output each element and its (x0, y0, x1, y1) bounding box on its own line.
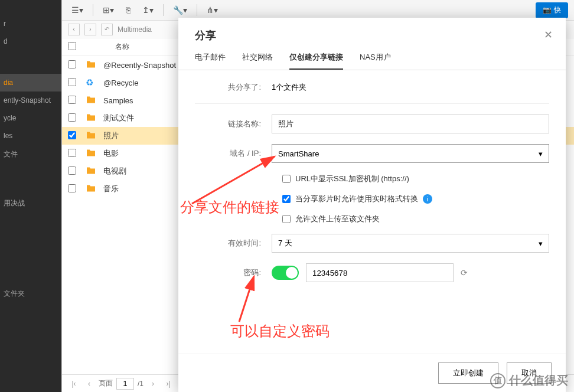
domain-select[interactable]: SmartShare ▾ (272, 144, 549, 163)
watermark-icon: 值 (490, 373, 505, 388)
shared-count-label: 共分享了: (195, 82, 272, 93)
nav-back-button[interactable]: ‹ (68, 24, 80, 35)
page-input[interactable] (116, 378, 134, 390)
sidebar-item[interactable]: ycle (0, 109, 61, 127)
watermark: 值 什么值得买 (490, 373, 568, 388)
password-label: 密码: (195, 267, 272, 278)
link-name-label: 链接名称: (195, 119, 272, 129)
password-toggle[interactable] (272, 266, 299, 280)
transcode-checkbox[interactable] (282, 195, 291, 203)
tab-social[interactable]: 社交网络 (242, 52, 273, 70)
file-checkbox[interactable] (68, 131, 76, 139)
recycle-icon: ♻ (86, 77, 103, 88)
select-all-checkbox[interactable] (68, 42, 76, 50)
sidebar-item[interactable]: les (0, 127, 61, 145)
password-input[interactable] (306, 263, 454, 282)
file-checkbox[interactable] (68, 96, 76, 104)
list-view-button[interactable]: ☰▾ (68, 3, 87, 17)
expire-label: 有效时间: (195, 238, 272, 249)
page-last-button[interactable]: ›| (162, 378, 174, 390)
tab-email[interactable]: 电子邮件 (195, 52, 226, 70)
sidebar-item[interactable]: 文件 (0, 145, 61, 164)
tab-link[interactable]: 仅创建分享链接 (289, 52, 343, 70)
file-checkbox[interactable] (68, 184, 76, 192)
page-total: /1 (138, 380, 144, 388)
page-prev-button[interactable]: ‹ (83, 378, 95, 390)
transcode-label: 当分享影片时允许使用实时格式转换 (295, 194, 418, 204)
tools-button[interactable]: 🔧▾ (169, 3, 191, 17)
share-modal: 分享 ✕ 电子邮件 社交网络 仅创建分享链接 NAS用户 共分享了: 1个文件夹… (178, 18, 566, 392)
close-icon[interactable]: ✕ (544, 28, 553, 41)
modal-title: 分享 (195, 28, 549, 43)
info-icon[interactable]: i (423, 194, 432, 204)
folder-icon (86, 113, 103, 123)
modal-tabs: 电子邮件 社交网络 仅创建分享链接 NAS用户 (178, 43, 566, 70)
tab-nas[interactable]: NAS用户 (360, 52, 391, 70)
page-first-button[interactable]: |‹ (68, 378, 80, 390)
refresh-icon[interactable]: ⟳ (461, 268, 468, 277)
camera-icon: 📷 (543, 6, 552, 14)
sidebar-item[interactable]: 用决战 (0, 194, 61, 213)
link-name-input[interactable] (272, 115, 549, 133)
copy-button[interactable]: ⎘ (122, 3, 134, 17)
chevron-down-icon: ▾ (539, 239, 543, 248)
ssl-label: URL中显示SSL加密机制 (https://) (295, 174, 409, 184)
folder-icon (86, 166, 103, 177)
shared-count-value: 1个文件夹 (272, 82, 549, 93)
create-button[interactable]: 立即创建 (438, 362, 498, 384)
sidebar-item[interactable]: ently-Snapshot (0, 92, 61, 109)
nav-up-button[interactable]: ↶ (101, 24, 113, 35)
add-button[interactable]: ⊞▾ (99, 3, 118, 17)
file-checkbox[interactable] (68, 78, 76, 86)
sidebar-item[interactable]: d (0, 32, 61, 50)
breadcrumb-path[interactable]: Multimedia (118, 25, 152, 34)
domain-label: 域名 / IP: (195, 148, 272, 159)
sidebar-item[interactable]: r (0, 15, 61, 32)
sidebar-item[interactable]: 文件夹 (0, 284, 61, 303)
upload-label: 允许文件上传至该文件夹 (295, 214, 380, 224)
sidebar-item[interactable]: dia (0, 74, 61, 92)
chevron-down-icon: ▾ (539, 149, 543, 158)
page-next-button[interactable]: › (147, 378, 159, 390)
folder-icon (86, 184, 103, 194)
folder-icon (86, 96, 103, 106)
upload-button[interactable]: ↥▾ (139, 3, 157, 17)
expire-select[interactable]: 7 天 ▾ (272, 234, 549, 253)
ssl-checkbox[interactable] (282, 175, 291, 183)
file-checkbox[interactable] (68, 166, 76, 175)
file-checkbox[interactable] (68, 113, 76, 122)
upload-checkbox[interactable] (282, 215, 291, 223)
page-label: 页面 (99, 378, 113, 388)
file-checkbox[interactable] (68, 149, 76, 157)
share-button[interactable]: ⋔▾ (203, 3, 221, 17)
folder-icon (86, 149, 103, 159)
file-checkbox[interactable] (68, 60, 76, 68)
nav-forward-button[interactable]: › (84, 24, 96, 35)
folder-icon (86, 60, 103, 70)
sidebar: r d dia ently-Snapshot ycle les 文件 用决战 文… (0, 0, 61, 392)
quick-button[interactable]: 📷快 (536, 2, 568, 18)
folder-icon (86, 131, 103, 141)
